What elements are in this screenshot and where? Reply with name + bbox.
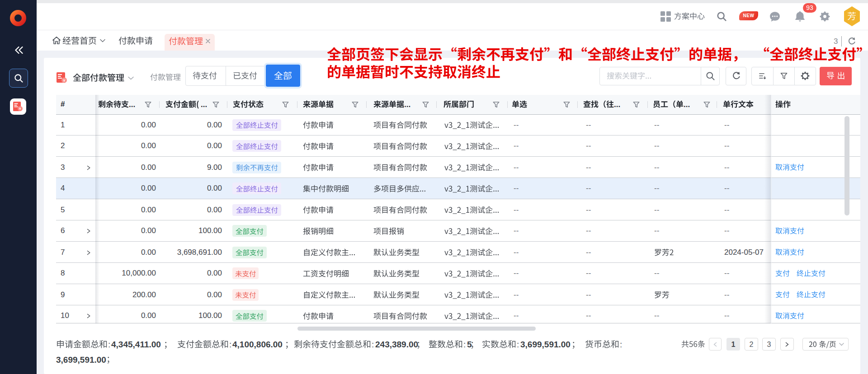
- svg-text:¥: ¥: [62, 78, 66, 83]
- svg-text:¥: ¥: [19, 107, 21, 111]
